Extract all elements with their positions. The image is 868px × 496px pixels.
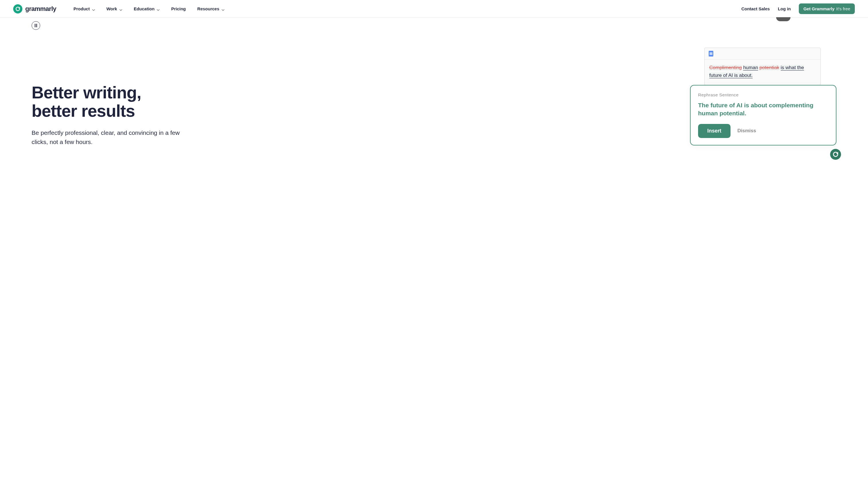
nav-label: Pricing bbox=[171, 6, 186, 11]
doc-header bbox=[705, 48, 820, 60]
chevron-down-icon bbox=[157, 7, 159, 10]
suggestion-text: The future of AI is about complementing … bbox=[698, 101, 828, 118]
nav-item-resources[interactable]: Resources bbox=[197, 6, 225, 11]
hero-text-block: Better writing, better results Be perfec… bbox=[32, 84, 192, 146]
nav-item-education[interactable]: Education bbox=[134, 6, 160, 11]
main-navbar: grammarly Product Work Education bbox=[0, 0, 868, 18]
hero-title-line2: better results bbox=[32, 102, 135, 121]
doc-body: Complimenting human potentiak is what th… bbox=[705, 60, 820, 85]
chevron-down-icon bbox=[222, 7, 225, 10]
pause-icon bbox=[34, 24, 37, 27]
chevron-down-icon bbox=[92, 7, 95, 10]
cta-main-text: Get Grammarly bbox=[803, 6, 834, 11]
nav-label: Work bbox=[106, 6, 117, 11]
doc-strike-word-1: Complimenting bbox=[709, 65, 742, 70]
demo-visual: Complimenting human potentiak is what th… bbox=[690, 85, 839, 145]
nav-label: Product bbox=[74, 6, 90, 11]
hero-title: Better writing, better results bbox=[32, 84, 192, 120]
nav-right-group: Contact Sales Log in Get Grammarly It's … bbox=[742, 3, 855, 14]
cta-sub-text: It's free bbox=[836, 6, 850, 11]
nav-item-product[interactable]: Product bbox=[74, 6, 95, 11]
doc-strike-word-2: potentiak bbox=[760, 65, 779, 70]
dismiss-button[interactable]: Dismiss bbox=[737, 128, 756, 134]
nav-item-pricing[interactable]: Pricing bbox=[171, 6, 186, 11]
get-grammarly-button[interactable]: Get Grammarly It's free bbox=[799, 3, 855, 14]
document-card: Complimenting human potentiak is what th… bbox=[704, 48, 821, 85]
google-doc-icon bbox=[709, 51, 713, 57]
main-content: Better writing, better results Be perfec… bbox=[0, 18, 868, 236]
contact-sales-link[interactable]: Contact Sales bbox=[742, 6, 770, 11]
insert-button[interactable]: Insert bbox=[698, 124, 731, 138]
nav-label: Resources bbox=[197, 6, 219, 11]
logo-text: grammarly bbox=[25, 5, 56, 13]
suggestion-label: Rephrase Sentence bbox=[698, 92, 828, 97]
svg-rect-1 bbox=[36, 24, 37, 27]
logo-mark-icon bbox=[13, 4, 22, 14]
suggestion-card: Rephrase Sentence The future of AI is ab… bbox=[690, 85, 836, 145]
hero-subtitle: Be perfectly professional, clear, and co… bbox=[32, 128, 192, 146]
svg-rect-0 bbox=[35, 24, 35, 27]
nav-item-work[interactable]: Work bbox=[106, 6, 122, 11]
suggestion-actions: Insert Dismiss bbox=[698, 124, 828, 138]
grammarly-logo[interactable]: grammarly bbox=[13, 4, 56, 14]
avatar-partial bbox=[776, 17, 791, 21]
login-link[interactable]: Log in bbox=[778, 6, 791, 11]
pause-animation-button[interactable] bbox=[32, 21, 40, 30]
grammarly-floating-icon[interactable] bbox=[830, 149, 841, 160]
nav-left-group: grammarly Product Work Education bbox=[13, 4, 225, 14]
chevron-down-icon bbox=[119, 7, 122, 10]
nav-menu: Product Work Education Pricing bbox=[74, 6, 225, 11]
hero-title-line1: Better writing, bbox=[32, 83, 141, 102]
hero-section: Better writing, better results Be perfec… bbox=[32, 18, 836, 146]
nav-label: Education bbox=[134, 6, 155, 11]
doc-word-human: human bbox=[743, 65, 758, 71]
